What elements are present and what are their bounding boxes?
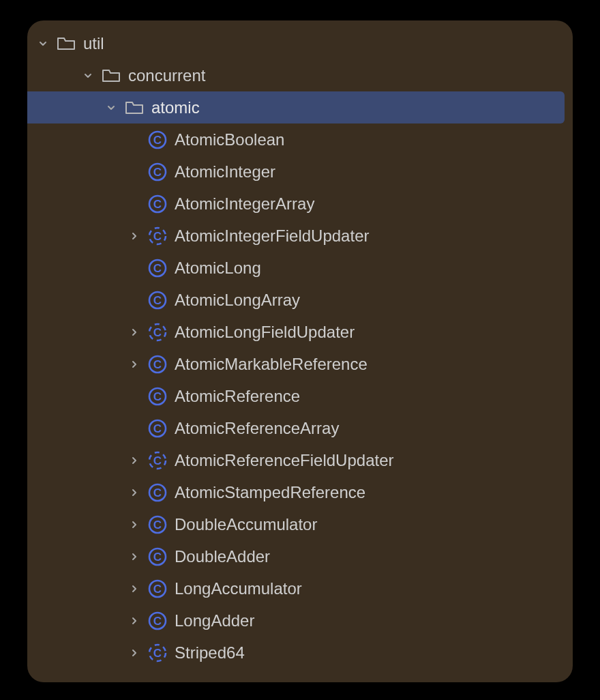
chevron-right-icon[interactable] xyxy=(127,616,142,626)
class-icon: C xyxy=(146,194,169,214)
tree-class-item[interactable]: CAtomicIntegerFieldUpdater xyxy=(27,220,573,252)
tree-folder-util[interactable]: util xyxy=(27,27,573,59)
chevron-right-icon[interactable] xyxy=(127,488,142,497)
tree-item-label: AtomicIntegerFieldUpdater xyxy=(175,227,573,246)
svg-text:C: C xyxy=(153,519,162,531)
svg-text:C: C xyxy=(153,551,162,564)
class-icon: C xyxy=(146,579,169,599)
tree-class-item[interactable]: CAtomicLongArray xyxy=(27,284,573,316)
class-icon: C xyxy=(146,290,169,310)
class-icon: C xyxy=(146,611,169,631)
tree-item-label: LongAccumulator xyxy=(175,579,573,598)
tree-item-label: AtomicLong xyxy=(175,259,573,278)
chevron-right-icon[interactable] xyxy=(127,327,142,337)
chevron-right-icon[interactable] xyxy=(127,520,142,529)
project-tree-panel: util concurrent atomic CAtomicBooleanCAt… xyxy=(27,20,573,682)
tree-class-item[interactable]: CAtomicStampedReference xyxy=(27,476,573,508)
class-icon: C xyxy=(146,643,169,663)
tree-class-item[interactable]: CAtomicInteger xyxy=(27,156,573,188)
tree-item-label: AtomicMarkableReference xyxy=(175,355,573,374)
tree-item-label: concurrent xyxy=(128,66,573,85)
class-icon: C xyxy=(146,258,169,278)
tree-class-item[interactable]: CLongAccumulator xyxy=(27,572,573,604)
class-icon: C xyxy=(146,162,169,182)
class-icon: C xyxy=(146,418,169,439)
tree-item-label: AtomicInteger xyxy=(175,162,573,181)
tree-class-item[interactable]: CDoubleAdder xyxy=(27,540,573,572)
tree-class-item[interactable]: CAtomicLong xyxy=(27,252,573,284)
tree-item-label: AtomicStampedReference xyxy=(175,483,573,502)
chevron-right-icon[interactable] xyxy=(127,584,142,594)
svg-text:C: C xyxy=(153,583,162,596)
tree-item-label: DoubleAccumulator xyxy=(175,515,573,534)
tree-class-item[interactable]: CDoubleAccumulator xyxy=(27,508,573,540)
tree-item-label: AtomicLongFieldUpdater xyxy=(175,323,573,342)
svg-text:C: C xyxy=(153,422,162,435)
chevron-right-icon[interactable] xyxy=(127,648,142,658)
class-icon: C xyxy=(146,546,169,567)
tree-folder-concurrent[interactable]: concurrent xyxy=(27,59,573,91)
tree-class-item[interactable]: CAtomicReferenceArray xyxy=(27,412,573,444)
class-icon: C xyxy=(146,514,169,535)
tree-class-items: CAtomicBooleanCAtomicIntegerCAtomicInteg… xyxy=(27,123,573,669)
tree-item-label: AtomicBoolean xyxy=(175,130,573,149)
class-icon: C xyxy=(146,386,169,407)
tree-item-label: atomic xyxy=(151,98,565,117)
tree-item-label: LongAdder xyxy=(175,611,573,630)
svg-text:C: C xyxy=(153,262,162,275)
svg-text:C: C xyxy=(153,390,162,403)
tree-item-label: AtomicLongArray xyxy=(175,291,573,310)
svg-text:C: C xyxy=(153,486,162,499)
tree-item-label: AtomicReferenceArray xyxy=(175,419,573,438)
svg-text:C: C xyxy=(153,166,162,179)
chevron-right-icon[interactable] xyxy=(127,231,142,241)
svg-text:C: C xyxy=(153,326,162,339)
class-icon: C xyxy=(146,482,169,503)
chevron-right-icon[interactable] xyxy=(127,360,142,369)
tree-class-item[interactable]: CAtomicBoolean xyxy=(27,123,573,156)
class-icon: C xyxy=(146,450,169,471)
tree-class-item[interactable]: CAtomicLongFieldUpdater xyxy=(27,316,573,348)
tree-class-item[interactable]: CAtomicMarkableReference xyxy=(27,348,573,380)
svg-text:C: C xyxy=(153,615,162,628)
svg-text:C: C xyxy=(153,230,162,243)
svg-text:C: C xyxy=(153,198,162,211)
class-icon: C xyxy=(146,226,169,246)
chevron-down-icon[interactable] xyxy=(80,71,95,81)
tree-class-item[interactable]: CAtomicReferenceFieldUpdater xyxy=(27,444,573,476)
tree-item-label: AtomicReferenceFieldUpdater xyxy=(175,451,573,470)
svg-text:C: C xyxy=(153,454,162,467)
tree-item-label: Striped64 xyxy=(175,643,573,662)
chevron-down-icon[interactable] xyxy=(104,103,119,113)
chevron-right-icon[interactable] xyxy=(127,552,142,562)
tree-class-item[interactable]: CLongAdder xyxy=(27,604,573,637)
svg-text:C: C xyxy=(153,294,162,307)
chevron-down-icon[interactable] xyxy=(35,39,50,48)
svg-text:C: C xyxy=(153,134,162,147)
tree-item-label: AtomicIntegerArray xyxy=(175,194,573,214)
folder-icon xyxy=(123,100,146,116)
folder-icon xyxy=(100,68,123,84)
svg-text:C: C xyxy=(153,647,162,660)
class-icon: C xyxy=(146,354,169,375)
tree-item-label: AtomicReference xyxy=(175,387,573,406)
tree-folder-atomic[interactable]: atomic xyxy=(27,91,565,123)
svg-text:C: C xyxy=(153,358,162,371)
folder-icon xyxy=(55,35,78,52)
class-icon: C xyxy=(146,130,169,150)
tree-class-item[interactable]: CAtomicIntegerArray xyxy=(27,188,573,220)
tree-item-label: DoubleAdder xyxy=(175,547,573,566)
class-icon: C xyxy=(146,322,169,342)
tree-class-item[interactable]: CStriped64 xyxy=(27,637,573,669)
chevron-right-icon[interactable] xyxy=(127,456,142,465)
tree-item-label: util xyxy=(83,34,573,53)
tree-class-item[interactable]: CAtomicReference xyxy=(27,380,573,412)
